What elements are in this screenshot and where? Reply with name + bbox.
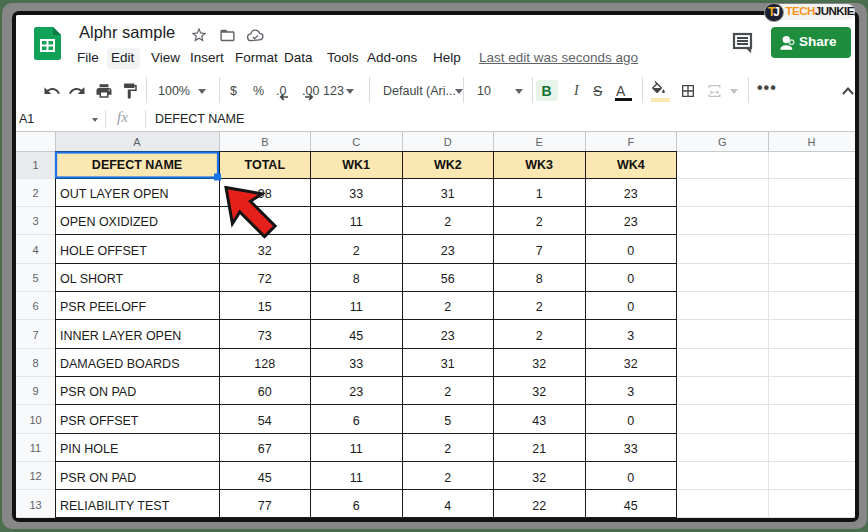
svg-text:2: 2 xyxy=(444,215,451,229)
svg-text:32: 32 xyxy=(624,357,638,371)
svg-text:OPEN OXIDIZED: OPEN OXIDIZED xyxy=(60,215,158,229)
svg-text:C: C xyxy=(352,136,360,148)
svg-text:3: 3 xyxy=(627,328,634,342)
svg-text:TOTAL: TOTAL xyxy=(245,158,286,172)
svg-text:33: 33 xyxy=(349,187,363,201)
svg-text:8: 8 xyxy=(536,272,543,286)
svg-text:9: 9 xyxy=(32,385,38,397)
svg-text:13: 13 xyxy=(29,498,41,510)
svg-text:2: 2 xyxy=(353,243,360,257)
svg-text:PSR ON PAD: PSR ON PAD xyxy=(60,385,136,399)
svg-text:32: 32 xyxy=(532,357,546,371)
svg-text:32: 32 xyxy=(532,385,546,399)
svg-text:11: 11 xyxy=(350,300,363,314)
svg-text:2: 2 xyxy=(444,385,451,399)
svg-text:DAMAGED BOARDS: DAMAGED BOARDS xyxy=(60,357,179,371)
svg-text:E: E xyxy=(536,136,543,148)
svg-text:3: 3 xyxy=(627,385,634,399)
svg-text:OUT LAYER OPEN: OUT LAYER OPEN xyxy=(60,187,169,201)
svg-text:2: 2 xyxy=(444,442,451,456)
svg-text:32: 32 xyxy=(258,243,272,257)
svg-text:56: 56 xyxy=(441,272,455,286)
svg-text:32: 32 xyxy=(532,470,546,484)
svg-text:WK4: WK4 xyxy=(617,158,645,172)
svg-text:6: 6 xyxy=(353,413,360,427)
svg-text:PSR PEELOFF: PSR PEELOFF xyxy=(60,300,146,314)
svg-text:2: 2 xyxy=(444,300,451,314)
svg-text:33: 33 xyxy=(624,442,638,456)
svg-text:11: 11 xyxy=(350,470,363,484)
svg-text:77: 77 xyxy=(258,498,272,512)
svg-text:73: 73 xyxy=(258,328,272,342)
svg-text:B: B xyxy=(261,136,268,148)
svg-text:0: 0 xyxy=(627,470,634,484)
svg-text:PIN HOLE: PIN HOLE xyxy=(60,442,118,456)
svg-text:11: 11 xyxy=(350,442,363,456)
svg-text:8: 8 xyxy=(353,272,360,286)
svg-text:0: 0 xyxy=(627,272,634,286)
svg-text:6: 6 xyxy=(32,300,38,312)
svg-text:2: 2 xyxy=(536,328,543,342)
svg-text:23: 23 xyxy=(441,243,455,257)
svg-text:23: 23 xyxy=(349,385,363,399)
svg-text:0: 0 xyxy=(627,243,634,257)
svg-text:8: 8 xyxy=(32,356,38,368)
svg-text:60: 60 xyxy=(258,385,272,399)
svg-text:PSR ON PAD: PSR ON PAD xyxy=(60,470,136,484)
svg-text:23: 23 xyxy=(441,328,455,342)
svg-text:OL SHORT: OL SHORT xyxy=(60,272,124,286)
svg-text:23: 23 xyxy=(624,215,638,229)
svg-text:G: G xyxy=(718,136,727,148)
svg-text:7: 7 xyxy=(536,243,543,257)
svg-text:6: 6 xyxy=(353,498,360,512)
svg-text:45: 45 xyxy=(624,498,638,512)
svg-text:12: 12 xyxy=(29,470,41,482)
svg-text:PSR OFFSET: PSR OFFSET xyxy=(60,413,139,427)
svg-text:1: 1 xyxy=(536,187,543,201)
svg-text:DEFECT NAME: DEFECT NAME xyxy=(92,158,182,172)
svg-text:2: 2 xyxy=(444,470,451,484)
svg-text:2: 2 xyxy=(536,215,543,229)
svg-text:A: A xyxy=(133,136,141,148)
svg-text:2: 2 xyxy=(536,300,543,314)
svg-text:43: 43 xyxy=(532,413,546,427)
svg-text:RELIABILITY TEST: RELIABILITY TEST xyxy=(60,498,170,512)
svg-text:4: 4 xyxy=(32,243,38,255)
svg-text:22: 22 xyxy=(532,498,546,512)
svg-text:45: 45 xyxy=(258,470,272,484)
svg-text:F: F xyxy=(627,136,634,148)
svg-text:10: 10 xyxy=(29,413,41,425)
svg-text:15: 15 xyxy=(258,300,272,314)
svg-text:5: 5 xyxy=(32,271,38,283)
svg-text:31: 31 xyxy=(441,357,455,371)
svg-text:11: 11 xyxy=(30,441,41,453)
svg-text:INNER LAYER OPEN: INNER LAYER OPEN xyxy=(60,328,181,342)
svg-text:45: 45 xyxy=(349,328,363,342)
svg-text:21: 21 xyxy=(532,442,546,456)
svg-text:31: 31 xyxy=(441,187,455,201)
svg-text:HOLE OFFSET: HOLE OFFSET xyxy=(60,243,147,257)
svg-text:2: 2 xyxy=(32,186,38,198)
svg-text:3: 3 xyxy=(32,215,38,227)
svg-text:D: D xyxy=(444,136,452,148)
svg-text:H: H xyxy=(808,136,816,148)
svg-text:0: 0 xyxy=(627,413,634,427)
svg-text:33: 33 xyxy=(349,357,363,371)
svg-text:WK1: WK1 xyxy=(342,158,370,172)
svg-text:0: 0 xyxy=(627,300,634,314)
svg-text:WK2: WK2 xyxy=(434,158,462,172)
svg-text:5: 5 xyxy=(444,413,451,427)
svg-text:54: 54 xyxy=(258,413,272,427)
svg-text:72: 72 xyxy=(258,272,272,286)
svg-text:11: 11 xyxy=(350,215,363,229)
svg-text:128: 128 xyxy=(254,357,275,371)
svg-text:67: 67 xyxy=(258,442,272,456)
svg-text:7: 7 xyxy=(32,328,38,340)
svg-text:1: 1 xyxy=(32,159,38,171)
svg-text:WK3: WK3 xyxy=(525,158,553,172)
svg-text:23: 23 xyxy=(624,187,638,201)
svg-text:4: 4 xyxy=(444,498,451,512)
